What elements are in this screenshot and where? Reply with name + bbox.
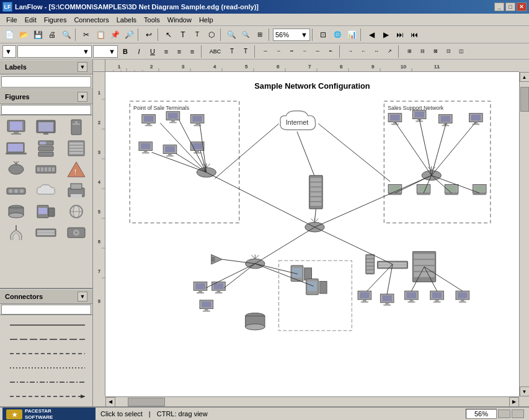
figure-cloud[interactable] xyxy=(32,181,60,200)
bot-pc3[interactable] xyxy=(200,300,213,312)
connector-long-dash[interactable] xyxy=(5,334,87,345)
chart-btn[interactable]: 📊 xyxy=(345,28,358,42)
figure-server[interactable] xyxy=(32,138,60,158)
connector-solid[interactable] xyxy=(5,319,87,331)
menu-tools[interactable]: Tools xyxy=(140,15,164,25)
menu-help[interactable]: Help xyxy=(195,15,217,25)
connector-dotted[interactable] xyxy=(5,362,87,373)
abc-btn[interactable]: ABC xyxy=(206,45,224,58)
text2-btn[interactable]: T xyxy=(190,28,204,42)
arrow2-btn[interactable]: ← xyxy=(357,45,370,58)
extra2-btn[interactable]: ⊟ xyxy=(416,45,429,58)
pos-pc6[interactable] xyxy=(190,142,204,154)
style-dropdown[interactable]: ▼ xyxy=(2,45,16,58)
pos-pc5[interactable] xyxy=(163,145,177,157)
figure-workstation[interactable] xyxy=(32,202,60,221)
bot-r-pc4[interactable] xyxy=(430,291,444,303)
pos-pc2[interactable] xyxy=(166,112,180,123)
italic-btn[interactable]: I xyxy=(133,45,145,58)
pointer-btn[interactable]: ↖ xyxy=(162,28,176,42)
pos-pc4[interactable] xyxy=(139,142,153,154)
first-btn[interactable]: ⏮ xyxy=(407,28,421,42)
menu-figures[interactable]: Figures xyxy=(40,15,71,25)
line-style6-btn[interactable]: ╾ xyxy=(324,45,337,58)
new-btn[interactable]: 📄 xyxy=(2,28,16,42)
paste-btn[interactable]: 📌 xyxy=(108,28,122,42)
page-btn[interactable]: ⊡ xyxy=(316,28,330,42)
labels-dropdown-arrow[interactable]: ▼ xyxy=(78,62,87,72)
scroll-right-btn[interactable]: ▶ xyxy=(509,397,519,407)
bot-r-pc2[interactable] xyxy=(380,294,394,306)
line-style1-btn[interactable]: ─ xyxy=(259,45,272,58)
figure-router[interactable] xyxy=(2,159,30,179)
undo-btn[interactable]: ↩ xyxy=(142,28,156,42)
bot-r-pc5[interactable] xyxy=(456,291,469,303)
search-btn[interactable]: 🔎 xyxy=(122,28,136,42)
save-btn[interactable]: 💾 xyxy=(31,28,45,42)
horizontal-scrollbar[interactable]: ◀ ▶ xyxy=(105,396,519,406)
figure-laptop[interactable] xyxy=(2,138,30,158)
zoom-out-btn[interactable]: 🔍 xyxy=(239,28,252,42)
extra3-btn[interactable]: ⊠ xyxy=(429,45,442,58)
arrow3-btn[interactable]: ↔ xyxy=(370,45,383,58)
figure-patch-panel[interactable] xyxy=(32,223,60,243)
pos-pc1[interactable] xyxy=(142,115,156,127)
figure-hub[interactable] xyxy=(2,181,30,200)
bottom-firewall[interactable] xyxy=(211,254,223,264)
vertical-scrollbar[interactable]: ▲ ▼ xyxy=(519,72,529,396)
bot-pc1[interactable] xyxy=(193,282,207,293)
internet-cloud[interactable]: Internet xyxy=(280,111,316,130)
line-style2-btn[interactable]: ╌ xyxy=(272,45,285,58)
close-button[interactable]: ✕ xyxy=(517,2,527,11)
menu-window[interactable]: Window xyxy=(164,15,195,25)
main-server[interactable] xyxy=(309,176,323,209)
line-style4-btn[interactable]: ┄ xyxy=(298,45,311,58)
ssn-pc1[interactable] xyxy=(388,114,402,125)
cut-btn[interactable]: ✂ xyxy=(79,28,93,42)
scroll-down-btn[interactable]: ▼ xyxy=(520,386,530,396)
v-scroll-thumb[interactable] xyxy=(520,87,529,112)
bot-workstation2[interactable] xyxy=(306,279,327,295)
figure-monitor[interactable] xyxy=(32,117,60,137)
align-left-btn[interactable]: ≡ xyxy=(160,45,172,58)
net-btn[interactable]: 🌐 xyxy=(331,28,344,42)
menu-labels[interactable]: Labels xyxy=(113,15,140,25)
copy-btn[interactable]: 📋 xyxy=(94,28,107,42)
figure-tower[interactable] xyxy=(62,117,91,137)
labels-selector[interactable] xyxy=(1,76,91,87)
ssn-pc4[interactable] xyxy=(469,114,483,125)
back-btn[interactable]: ◀ xyxy=(365,28,378,42)
zoom-dropdown[interactable]: 56% ▼ xyxy=(273,29,310,41)
line-style5-btn[interactable]: ─ xyxy=(311,45,324,58)
menu-connectors[interactable]: Connectors xyxy=(70,15,112,25)
connector-dash-dot[interactable] xyxy=(5,377,87,388)
bot-server1[interactable] xyxy=(366,254,375,274)
connectors-dropdown-arrow[interactable]: ▼ xyxy=(78,292,87,302)
last-btn[interactable]: ⏭ xyxy=(393,28,407,42)
minimize-button[interactable]: _ xyxy=(494,2,504,11)
align-right-btn[interactable]: ≡ xyxy=(186,45,198,58)
shape-btn[interactable]: ⬡ xyxy=(205,28,218,42)
connectors-selector[interactable] xyxy=(1,305,91,315)
text-btn[interactable]: T xyxy=(176,28,190,42)
preview-btn[interactable]: 🔍 xyxy=(60,28,73,42)
pos-pc3[interactable] xyxy=(190,115,204,127)
text-style-btn[interactable]: T xyxy=(226,45,238,58)
maximize-button[interactable]: □ xyxy=(505,2,515,11)
size-dropdown[interactable]: ▼ xyxy=(93,45,118,58)
bot-pc2[interactable] xyxy=(212,282,226,293)
open-btn[interactable]: 📂 xyxy=(17,28,30,42)
line-style3-btn[interactable]: ╍ xyxy=(285,45,298,58)
figures-dropdown-arrow[interactable]: ▼ xyxy=(78,92,87,102)
underline-btn[interactable]: U xyxy=(146,45,159,58)
figure-misc[interactable] xyxy=(62,223,91,243)
text-style2-btn[interactable]: T xyxy=(239,45,252,58)
font-dropdown[interactable]: ▼ xyxy=(17,45,92,58)
figure-antenna[interactable] xyxy=(2,223,30,243)
menu-edit[interactable]: Edit xyxy=(21,15,40,25)
fwd-btn[interactable]: ▶ xyxy=(379,28,393,42)
zoom-in-btn[interactable]: 🔍 xyxy=(224,28,238,42)
figure-firewall[interactable]: ! xyxy=(62,159,91,179)
zoom-fit-btn[interactable]: ⊞ xyxy=(253,28,267,42)
bot-r-pc3[interactable] xyxy=(405,291,419,303)
